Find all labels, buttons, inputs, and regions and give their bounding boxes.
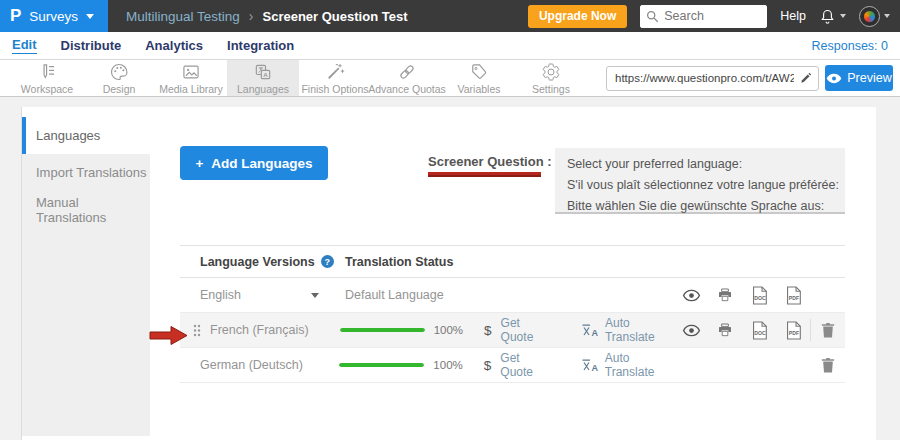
nav-integration[interactable]: Integration [227,38,294,53]
languages-icon: A [253,62,273,82]
auto-translate-link[interactable]: Auto Translate [605,351,674,379]
svg-text:DOC: DOC [754,330,766,336]
top-header: P Surveys Multilingual Testing › Screene… [0,0,900,32]
translate-icon[interactable]: A [581,323,598,337]
table-row-german: German (Deutsch) 100% $ Get Quote A Auto… [180,348,845,383]
print-icon[interactable] [708,322,742,338]
tool-design[interactable]: Design [83,60,155,96]
responses-count[interactable]: Responses: 0 [812,39,888,53]
progress-percent: 100% [434,324,463,336]
tool-media-library[interactable]: Media Library [155,60,227,96]
content-area: Languages Import Translations Manual Tra… [0,97,900,440]
header-language-versions: Language Versions [200,255,315,269]
table-row-french: French (Français) 100% $ Get Quote A Aut… [180,313,845,348]
tool-settings[interactable]: Settings [515,60,587,96]
questionpro-logo-icon: P [10,6,21,26]
tool-advance-quotas[interactable]: Advance Quotas [371,60,443,96]
language-dropdown-caret[interactable] [311,293,319,298]
tool-finish-options[interactable]: Finish Options [299,60,371,96]
svg-text:A: A [591,363,598,372]
breadcrumb: Multilingual Testing › Screener Question… [126,8,407,24]
export-doc-icon[interactable]: DOC [742,321,776,340]
auto-translate-link[interactable]: Auto Translate [605,316,674,344]
sidebar-item-import-translations[interactable]: Import Translations [22,154,150,191]
progress-percent: 100% [433,359,462,371]
languages-sidebar: Languages Import Translations Manual Tra… [22,117,150,436]
table-header-row: Language Versions ? Translation Status [180,245,845,278]
survey-url-box [606,66,819,91]
svg-text:A: A [263,71,268,78]
edit-toolbar: Workspace Design Media Library A Languag… [0,60,900,97]
screener-question-preview: Select your preferred language: S'il vou… [555,148,845,214]
avatar [859,6,880,27]
tool-workspace[interactable]: Workspace [11,60,83,96]
breadcrumb-survey-name[interactable]: Multilingual Testing [126,9,240,24]
preview-eye-icon[interactable] [674,324,708,337]
preview-eye-icon[interactable] [674,289,708,302]
delete-trash-icon[interactable] [811,357,845,373]
upgrade-now-button[interactable]: Upgrade Now [528,5,627,28]
account-menu[interactable] [859,6,890,27]
header-translation-status: Translation Status [345,255,453,269]
settings-gear-icon [541,62,561,82]
survey-url-input[interactable] [606,66,819,91]
help-question-icon[interactable]: ? [321,255,334,268]
edit-url-pencil-icon[interactable] [799,71,813,85]
language-name: French (Français) [210,323,309,337]
nav-distribute[interactable]: Distribute [61,38,122,53]
preview-button[interactable]: Preview [825,65,893,91]
svg-text:PDF: PDF [788,330,798,336]
print-icon[interactable] [708,287,742,303]
get-quote-link[interactable]: Get Quote [500,351,550,379]
translate-icon[interactable]: A [581,358,598,372]
screener-line-en: Select your preferred language: [567,154,833,175]
sidebar-item-languages[interactable]: Languages [22,117,150,154]
dollar-icon[interactable]: $ [484,323,492,338]
language-versions-table: Language Versions ? Translation Status E… [180,245,845,383]
red-underline-annotation [428,172,541,177]
chevron-down-icon [86,14,94,19]
advance-quotas-link-icon [397,62,417,82]
sidebar-item-manual-translations[interactable]: Manual Translations [22,191,150,228]
screener-line-de: Bitte wählen Sie die gewünschte Sprache … [567,196,833,217]
table-row-english: English Default Language DOC PDF [180,278,845,313]
nav-analytics[interactable]: Analytics [145,38,203,53]
preview-eye-icon [826,73,842,84]
bell-icon [819,8,836,25]
export-pdf-icon[interactable]: PDF [776,321,810,340]
tool-languages[interactable]: A Languages [227,60,299,96]
product-switcher-label: Surveys [29,9,78,24]
breadcrumb-page-name: Screener Question Test [263,9,408,24]
svg-text:PDF: PDF [788,295,798,301]
dollar-icon[interactable]: $ [484,358,492,373]
chevron-down-icon [884,14,890,18]
export-doc-icon[interactable]: DOC [742,286,776,305]
brand-logo-block[interactable]: P Surveys [0,0,108,32]
red-arrow-annotation [149,325,189,346]
search-input[interactable] [640,5,767,28]
help-link[interactable]: Help [780,9,806,23]
default-language-label: Default Language [345,288,444,302]
svg-text:DOC: DOC [754,295,766,301]
screener-line-fr: S'il vous plaît sélectionnez votre langu… [567,175,833,196]
export-pdf-icon[interactable]: PDF [776,286,810,305]
workspace-icon [37,62,57,82]
delete-trash-icon[interactable] [811,322,845,338]
nav-edit[interactable]: Edit [12,37,37,54]
breadcrumb-separator: › [249,8,254,24]
finish-options-wand-icon [325,62,345,82]
notifications-menu[interactable] [819,8,846,25]
chevron-down-icon [840,14,846,18]
language-name: German (Deutsch) [200,358,303,372]
translation-progress-bar [339,363,424,367]
add-languages-button[interactable]: + Add Languages [180,146,328,180]
screener-question-label: Screener Question : [428,154,552,169]
search-box [640,5,767,28]
svg-text:A: A [591,328,598,337]
translation-progress-bar [340,328,425,332]
get-quote-link[interactable]: Get Quote [501,316,550,344]
tool-variables[interactable]: Variables [443,60,515,96]
media-library-icon [181,62,201,82]
search-icon [646,10,659,23]
language-name: English [200,288,241,302]
